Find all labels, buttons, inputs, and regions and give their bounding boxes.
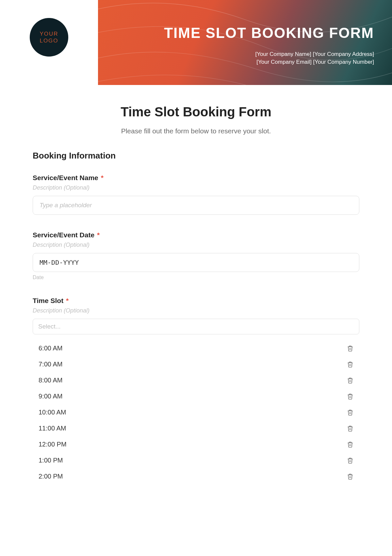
field-description: Description (Optional) [33, 307, 359, 314]
trash-icon[interactable] [347, 361, 353, 368]
trash-icon[interactable] [347, 409, 353, 416]
field-service-name: Service/Event Name * Description (Option… [33, 174, 359, 215]
slot-label: 9:00 AM [39, 393, 62, 400]
input-placeholder: Type a placeholder [40, 202, 92, 209]
company-meta-line1: [Your Company Name] [Your Company Addres… [255, 50, 374, 58]
select-placeholder: Select... [38, 323, 61, 330]
trash-icon[interactable] [347, 457, 353, 464]
logo-text-line2: LOGO [40, 37, 58, 44]
slot-label: 6:00 AM [39, 345, 62, 352]
banner-graphic: TIME SLOT BOOKING FORM [Your Company Nam… [98, 0, 392, 85]
logo-placeholder: YOUR LOGO [30, 18, 68, 57]
trash-icon[interactable] [347, 441, 353, 448]
company-meta: [Your Company Name] [Your Company Addres… [255, 50, 374, 66]
time-slot-option[interactable]: 12:00 PM [33, 436, 359, 452]
time-slot-option[interactable]: 9:00 AM [33, 388, 359, 404]
time-slot-option[interactable]: 10:00 AM [33, 404, 359, 420]
field-label-service-date: Service/Event Date * [33, 231, 359, 239]
time-slot-option[interactable]: 6:00 AM [33, 340, 359, 356]
section-heading: Booking Information [33, 151, 359, 161]
time-slot-option[interactable]: 11:00 AM [33, 420, 359, 436]
label-text: Service/Event Name [33, 174, 98, 181]
slot-label: 8:00 AM [39, 377, 62, 384]
time-slot-option[interactable]: 2:00 PM [33, 468, 359, 484]
service-date-input[interactable]: MM-DD-YYYY [33, 253, 359, 272]
form-title: Time Slot Booking Form [33, 105, 359, 119]
slot-label: 2:00 PM [39, 473, 63, 480]
time-slot-option[interactable]: 1:00 PM [33, 452, 359, 468]
field-description: Description (Optional) [33, 184, 359, 191]
field-label-time-slot: Time Slot * [33, 297, 359, 305]
slot-label: 7:00 AM [39, 361, 62, 368]
company-meta-line2: [Your Company Email] [Your Company Numbe… [255, 58, 374, 66]
input-placeholder: MM-DD-YYYY [40, 259, 79, 266]
trash-icon[interactable] [347, 473, 353, 480]
banner-decoration [98, 0, 392, 85]
banner-title: TIME SLOT BOOKING FORM [164, 25, 374, 41]
trash-icon[interactable] [347, 345, 353, 352]
form-content: Time Slot Booking Form Please fill out t… [0, 85, 392, 484]
banner: YOUR LOGO TIME SLOT BOOKING FORM [Your C… [0, 0, 392, 85]
time-slot-select[interactable]: Select... [33, 319, 359, 334]
logo-area: YOUR LOGO [0, 0, 98, 57]
trash-icon[interactable] [347, 425, 353, 432]
trash-icon[interactable] [347, 377, 353, 384]
trash-icon[interactable] [347, 393, 353, 400]
label-text: Time Slot [33, 297, 63, 304]
required-marker: * [66, 297, 69, 304]
slot-label: 10:00 AM [39, 409, 66, 416]
required-marker: * [97, 231, 100, 239]
time-slot-option[interactable]: 7:00 AM [33, 356, 359, 372]
slot-label: 11:00 AM [39, 425, 66, 432]
date-sublabel: Date [33, 275, 359, 280]
service-name-input[interactable]: Type a placeholder [33, 196, 359, 215]
field-service-date: Service/Event Date * Description (Option… [33, 231, 359, 280]
slot-label: 1:00 PM [39, 457, 63, 464]
form-subtitle: Please fill out the form below to reserv… [33, 127, 359, 135]
field-description: Description (Optional) [33, 242, 359, 248]
field-label-service-name: Service/Event Name * [33, 174, 359, 182]
required-marker: * [101, 174, 104, 181]
time-slot-option[interactable]: 8:00 AM [33, 372, 359, 388]
label-text: Service/Event Date [33, 231, 94, 239]
slot-label: 12:00 PM [39, 441, 67, 448]
time-slot-list: 6:00 AM7:00 AM8:00 AM9:00 AM10:00 AM11:0… [33, 340, 359, 484]
logo-text-line1: YOUR [40, 30, 58, 37]
field-time-slot: Time Slot * Description (Optional) Selec… [33, 297, 359, 484]
